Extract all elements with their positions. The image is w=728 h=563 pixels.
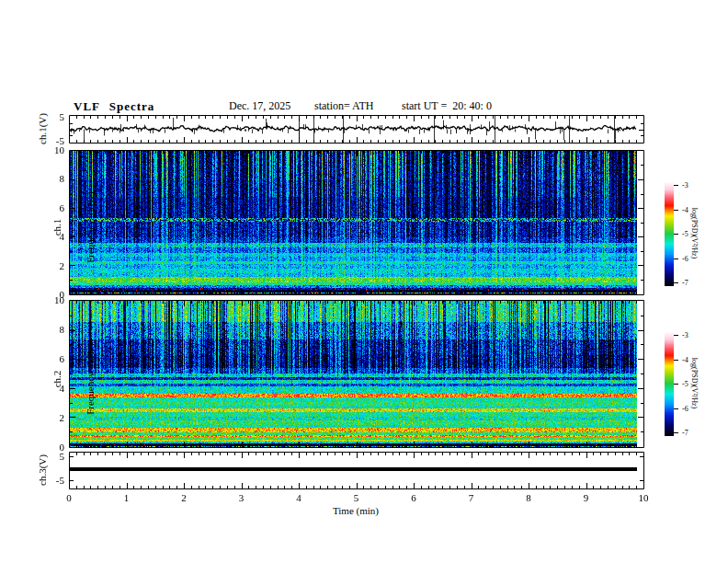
colorbar-ch2-canvas [665, 331, 680, 436]
freq-tick-label-ch1: 6 [42, 202, 64, 213]
x-tick-label: 2 [173, 492, 195, 503]
station-label: station= ATH [314, 99, 373, 113]
colorbar-tick-label-ch2: -7 [682, 429, 699, 437]
ch1-spectrogram-canvas [69, 150, 644, 295]
colorbar-tick-label-ch2: -4 [682, 356, 699, 364]
colorbar-tick-label-ch1: -3 [682, 181, 699, 190]
freq-tick-label-ch1: 4 [42, 231, 64, 242]
colorbar-tick-label-ch1: -4 [682, 206, 699, 214]
colorbar-tick-label-ch2: -3 [682, 331, 699, 339]
x-tick-label: 8 [518, 492, 540, 503]
x-axis-title: Time (min) [310, 505, 402, 516]
ch1-freq-axis-title: Frequency (kHz) [85, 175, 96, 280]
start-ut-label: start UT = 20: 40: 0 [402, 99, 492, 113]
ch3-volt-tick-label: 5 [42, 451, 64, 462]
ch2-freq-axis-title: Frequency (kHz) [85, 327, 96, 431]
ch3-waveform-canvas [69, 452, 644, 489]
ch1-volt-tick-label: -5 [42, 135, 64, 146]
page-title: VLF Spectra [74, 99, 154, 114]
colorbar-tick-label-ch1: -7 [682, 279, 699, 287]
x-tick-label: 0 [58, 492, 80, 503]
x-tick-label: 7 [461, 492, 483, 503]
freq-tick-label-ch2: 8 [42, 324, 64, 335]
freq-tick-label-ch2: 10 [42, 294, 64, 305]
date-label: Dec. 17, 2025 [229, 99, 290, 113]
colorbar-ch1-canvas [665, 181, 680, 286]
freq-tick-label-ch1: 2 [42, 260, 64, 271]
colorbar-tick-label-ch2: -5 [682, 380, 699, 388]
x-tick-label: 9 [575, 492, 597, 503]
x-tick-label: 5 [346, 492, 368, 503]
x-tick-label: 10 [632, 492, 654, 503]
colorbar-tick-label-ch1: -6 [682, 255, 699, 263]
ch1-waveform-canvas [69, 115, 644, 144]
x-tick-label: 1 [116, 492, 138, 503]
freq-tick-label-ch1: 8 [42, 173, 64, 184]
x-tick-label: 3 [231, 492, 253, 503]
freq-tick-label-ch2: 6 [42, 353, 64, 364]
colorbar-tick-label-ch2: -6 [682, 405, 699, 413]
ch3-volt-tick-label: -5 [42, 475, 64, 486]
ch1-volt-tick-label: 5 [42, 111, 64, 122]
x-tick-label: 6 [403, 492, 425, 503]
colorbar-tick-label-ch1: -5 [682, 230, 699, 238]
x-tick-label: 4 [288, 492, 310, 503]
ch2-spectrogram-canvas [69, 300, 644, 448]
freq-tick-label-ch2: 2 [42, 412, 64, 423]
vlf-spectra-figure: VLF Spectra Dec. 17, 2025 station= ATH s… [0, 0, 728, 563]
freq-tick-label-ch2: 4 [42, 383, 64, 394]
